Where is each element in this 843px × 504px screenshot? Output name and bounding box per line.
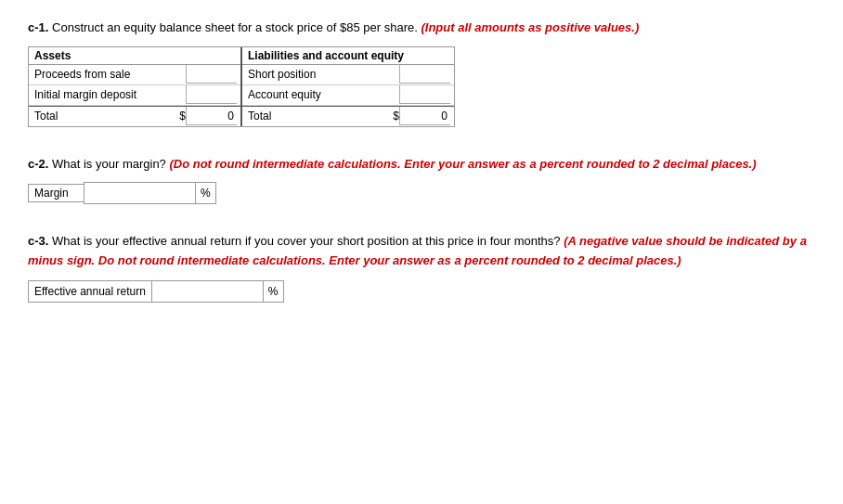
liabilities-total-input[interactable] [399, 107, 450, 125]
c1-title-bold: c-1. [28, 20, 48, 34]
assets-total-row: Total $ [29, 106, 240, 126]
proceeds-row: Proceeds from sale [29, 65, 240, 85]
ear-input[interactable] [151, 280, 263, 303]
margin-deposit-row: Initial margin deposit [29, 85, 240, 106]
c2-title-emphasis: (Do not round intermediate calculations.… [169, 157, 756, 171]
liabilities-header: Liabilities and account equity [242, 47, 454, 65]
account-equity-label: Account equity [242, 86, 399, 103]
proceeds-input-wrap [186, 65, 240, 84]
c3-section: c-3. What is your effective annual retur… [28, 232, 815, 303]
margin-input[interactable] [84, 182, 195, 204]
account-equity-row: Account equity [242, 85, 454, 106]
margin-deposit-label: Initial margin deposit [29, 86, 186, 103]
assets-dollar-sign: $ [179, 110, 186, 123]
c2-title: c-2. What is your margin? (Do not round … [28, 155, 815, 174]
c1-title-normal: Construct an equity balance sheet for a … [52, 20, 421, 34]
balance-sheet: Assets Proceeds from sale Initial margin… [28, 46, 455, 127]
liabilities-side: Liabilities and account equity Short pos… [242, 47, 454, 126]
c3-title: c-3. What is your effective annual retur… [28, 232, 815, 271]
c1-title-emphasis: (Input all amounts as positive values.) [421, 20, 639, 34]
c3-title-bold: c-3. [28, 234, 48, 248]
short-position-label: Short position [242, 66, 399, 83]
short-position-input[interactable] [399, 65, 450, 84]
account-equity-input[interactable] [399, 85, 450, 104]
liabilities-dollar-sign: $ [393, 110, 399, 123]
assets-header: Assets [29, 47, 240, 65]
c2-title-normal: What is your margin? [52, 157, 169, 171]
c1-title: c-1. Construct an equity balance sheet f… [28, 19, 815, 37]
short-position-row: Short position [242, 65, 454, 85]
margin-percent-symbol: % [195, 182, 216, 204]
liabilities-total-row: Total $ [242, 106, 454, 126]
c2-section: c-2. What is your margin? (Do not round … [28, 155, 815, 205]
c3-title-normal: What is your effective annual return if … [52, 234, 564, 248]
margin-row: Margin % [28, 182, 815, 204]
ear-percent-symbol: % [263, 280, 284, 303]
liabilities-total-label: Total [242, 108, 393, 124]
margin-deposit-input-wrap [186, 85, 240, 104]
liabilities-total-wrap: $ [393, 107, 454, 125]
margin-deposit-input[interactable] [186, 85, 237, 104]
proceeds-label: Proceeds from sale [29, 66, 186, 83]
assets-total-wrap: $ [179, 107, 240, 125]
assets-side: Assets Proceeds from sale Initial margin… [29, 47, 242, 126]
margin-field-label: Margin [28, 184, 84, 202]
assets-total-input[interactable] [186, 107, 237, 125]
proceeds-input[interactable] [186, 65, 237, 84]
ear-field-label: Effective annual return [28, 280, 151, 303]
account-equity-input-wrap [399, 85, 454, 104]
short-position-input-wrap [399, 65, 454, 84]
ear-row: Effective annual return % [28, 280, 815, 303]
c1-section: c-1. Construct an equity balance sheet f… [28, 19, 815, 127]
assets-total-label: Total [29, 108, 179, 124]
c2-title-bold: c-2. [28, 157, 48, 171]
